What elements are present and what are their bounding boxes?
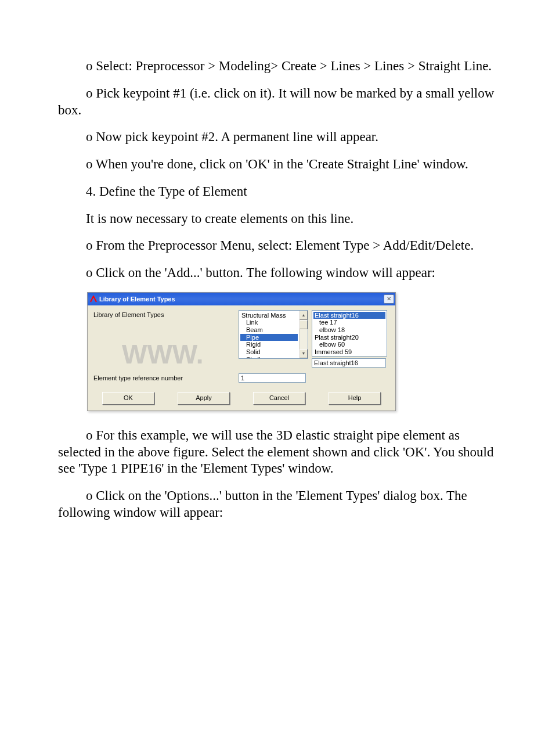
refnum-col: 1: [239, 373, 308, 383]
list-item[interactable]: Structural Mass: [240, 312, 298, 319]
ok-button[interactable]: OK: [102, 392, 154, 405]
dialog-body: Library of Element Types Structural Mass…: [88, 305, 395, 411]
list-item[interactable]: Plast straight20: [313, 334, 385, 341]
scroll-up-icon[interactable]: ▲: [300, 311, 308, 320]
scroll-track: [300, 329, 308, 349]
paragraph: o Select: Preprocessor > Modeling> Creat…: [58, 58, 499, 75]
scroll-down-icon[interactable]: ▼: [300, 349, 308, 358]
document-page: o Select: Preprocessor > Modeling> Creat…: [0, 0, 534, 567]
list-item[interactable]: Shell: [240, 356, 298, 359]
list-item[interactable]: Immersed 59: [313, 348, 385, 356]
list-item[interactable]: Pipe: [240, 334, 298, 341]
scroll-thumb[interactable]: [300, 320, 308, 329]
category-list-items: Structural MassLinkBeamPipeRigidSolidShe…: [239, 311, 299, 358]
paragraph: 4. Define the Type of Element: [58, 183, 499, 200]
app-logo-icon: [90, 296, 97, 303]
list-item[interactable]: Elast straight16: [313, 312, 385, 319]
paragraph: o Now pick keypoint #2. A permanent line…: [58, 129, 499, 146]
refnum-label: Element type reference number: [93, 373, 239, 381]
category-list-col: Structural MassLinkBeamPipeRigidSolidShe…: [239, 310, 308, 359]
paragraph: o For this example, we will use the 3D e…: [58, 427, 499, 477]
cancel-button[interactable]: Cancel: [253, 392, 305, 405]
paragraph: o Click on the 'Add...' button. The foll…: [58, 265, 499, 282]
subtype-listbox[interactable]: Elast straight16tee 17elbow 18Plast stra…: [312, 310, 387, 357]
paragraph: o Pick keypoint #1 (i.e. click on it). I…: [58, 85, 499, 119]
button-row: OK Apply Cancel Help: [93, 392, 389, 405]
scrollbar[interactable]: ▲ ▼: [299, 311, 308, 358]
close-button[interactable]: ✕: [384, 294, 394, 304]
library-label: Library of Element Types: [93, 310, 239, 318]
list-item[interactable]: Beam: [240, 326, 298, 334]
list-item[interactable]: tee 17: [313, 319, 385, 326]
list-item[interactable]: elbow 18: [313, 326, 385, 334]
list-item[interactable]: elbow 60: [313, 341, 385, 348]
paragraph: o Click on the 'Options...' button in th…: [58, 488, 499, 521]
paragraph: o From the Preprocessor Menu, select: El…: [58, 237, 499, 254]
list-item[interactable]: Solid: [240, 348, 298, 356]
subtype-list-items: Elast straight16tee 17elbow 18Plast stra…: [312, 311, 387, 356]
category-listbox[interactable]: Structural MassLinkBeamPipeRigidSolidShe…: [239, 310, 308, 359]
paragraph: o When you're done, click on 'OK' in the…: [58, 156, 499, 173]
title-left: Library of Element Types: [90, 296, 175, 303]
refnum-row: Element type reference number 1: [93, 373, 389, 383]
library-row: Library of Element Types Structural Mass…: [93, 310, 389, 368]
dialog-container: WWW. Library of Element Types ✕ Library …: [58, 292, 499, 411]
paragraph: It is now necessary to create elements o…: [58, 211, 499, 228]
close-icon: ✕: [387, 296, 391, 302]
dialog-title: Library of Element Types: [99, 296, 175, 303]
element-types-dialog: Library of Element Types ✕ Library of El…: [87, 292, 396, 411]
dialog-titlebar[interactable]: Library of Element Types ✕: [88, 293, 395, 305]
help-button[interactable]: Help: [329, 392, 381, 405]
list-item[interactable]: Rigid: [240, 341, 298, 348]
refnum-input[interactable]: 1: [239, 373, 306, 383]
list-item[interactable]: Link: [240, 319, 298, 326]
selected-element-field[interactable]: Elast straight16: [312, 358, 386, 368]
subtype-list-col: Elast straight16tee 17elbow 18Plast stra…: [312, 310, 387, 368]
apply-button[interactable]: Apply: [178, 392, 230, 405]
